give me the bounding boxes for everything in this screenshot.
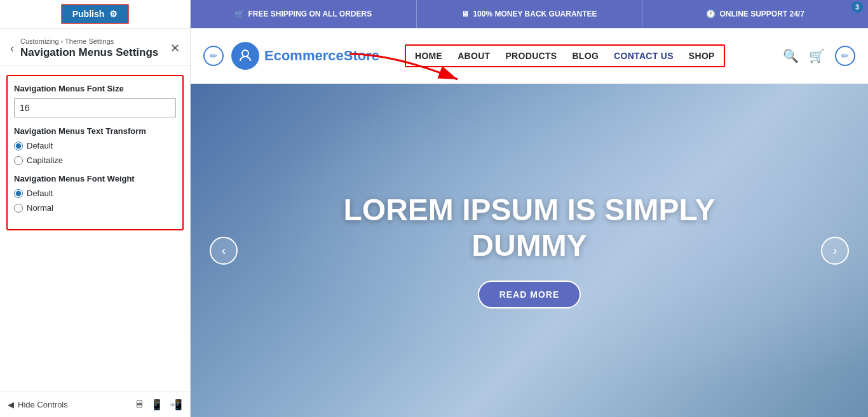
promo-shipping: 🛒 FREE SHIPPING ON ALL ORDERS: [191, 0, 417, 28]
font-weight-default-radio[interactable]: [14, 189, 23, 198]
top-bar: Publish ⚙ 🛒 FREE SHIPPING ON ALL ORDERS …: [0, 0, 868, 29]
sidebar-header: ‹ Customizing › Theme Settings Navigatio…: [0, 29, 190, 66]
logo-text: EcommerceStore: [264, 48, 379, 64]
main-area: ‹ Customizing › Theme Settings Navigatio…: [0, 29, 868, 417]
page-title: Navigation Menus Settings: [20, 46, 164, 59]
publish-area: Publish ⚙: [0, 0, 191, 28]
edit-pencil-left[interactable]: ✏: [203, 46, 224, 66]
clock-icon: 🕐: [706, 10, 715, 18]
sidebar-content: Navigation Menus Font Size Navigation Me…: [0, 66, 190, 392]
sidebar-footer: ◀ Hide Controls 🖥 📱 📲: [0, 392, 190, 417]
font-weight-default-label: Default: [27, 189, 53, 198]
promo-support-text: ONLINE SUPPORT 24/7: [719, 10, 804, 18]
store-header: ✏ EcommerceStore HOME ABOUT PRODUCTS: [191, 29, 868, 84]
text-transform-group: Default Capitalize: [14, 141, 176, 165]
mobile-icon[interactable]: 📲: [170, 399, 182, 411]
desktop-icon[interactable]: 🖥: [134, 399, 144, 411]
promo-support: 🕐 ONLINE SUPPORT 24/7 3: [642, 0, 868, 28]
text-transform-default-label: Default: [27, 141, 53, 150]
close-button[interactable]: ✕: [170, 41, 180, 55]
nav-menu: HOME ABOUT PRODUCTS BLOG CONTACT US SHOP: [405, 44, 725, 67]
edit-pencil-right[interactable]: ✏: [835, 46, 855, 66]
font-size-input[interactable]: [14, 98, 176, 117]
font-size-label: Navigation Menus Font Size: [14, 84, 176, 93]
nav-contact[interactable]: CONTACT US: [614, 51, 674, 61]
breadcrumb: Customizing › Theme Settings: [20, 37, 164, 45]
breadcrumb-area: Customizing › Theme Settings Navigation …: [20, 37, 164, 59]
font-weight-normal-radio[interactable]: [14, 204, 23, 213]
font-weight-label: Navigation Menus Font Weight: [14, 174, 176, 183]
promo-moneyback: 🖥 100% MONEY BACK GUARANTEE: [417, 0, 643, 28]
store-logo: EcommerceStore: [231, 42, 379, 70]
hide-controls-button[interactable]: ◀ Hide Controls: [8, 400, 68, 409]
notification-badge: 3: [851, 1, 863, 13]
carousel-next-button[interactable]: ›: [821, 237, 849, 265]
hide-controls-label: Hide Controls: [18, 400, 68, 409]
text-transform-capitalize-label: Capitalize: [27, 156, 63, 165]
settings-box: Navigation Menus Font Size Navigation Me…: [6, 75, 184, 230]
hero-content: LOREM IPSUM IS SIMPLY DUMMY READ MORE: [344, 192, 715, 308]
font-weight-group: Default Normal: [14, 189, 176, 213]
font-weight-normal-label: Normal: [27, 203, 53, 213]
text-transform-capitalize-radio[interactable]: [14, 156, 23, 165]
header-actions: 🔍 🛒 ✏: [783, 46, 855, 66]
text-transform-default-radio[interactable]: [14, 142, 23, 150]
nav-about[interactable]: ABOUT: [458, 51, 490, 61]
gear-icon: ⚙: [109, 9, 118, 19]
hero-section: ‹ LOREM IPSUM IS SIMPLY DUMMY READ MORE …: [191, 84, 868, 417]
preview-area: ✏ EcommerceStore HOME ABOUT PRODUCTS: [191, 29, 868, 417]
read-more-button[interactable]: READ MORE: [478, 281, 581, 308]
cart-icon[interactable]: 🛒: [809, 48, 825, 63]
device-icons: 🖥 📱 📲: [134, 399, 182, 411]
monitor-icon: 🖥: [461, 10, 469, 18]
back-button[interactable]: ‹: [10, 42, 14, 55]
promo-shipping-text: FREE SHIPPING ON ALL ORDERS: [248, 10, 372, 18]
text-transform-default[interactable]: Default: [14, 141, 176, 150]
text-transform-label: Navigation Menus Text Transform: [14, 126, 176, 136]
font-weight-default[interactable]: Default: [14, 189, 176, 198]
nav-products[interactable]: PRODUCTS: [505, 51, 557, 61]
carousel-prev-button[interactable]: ‹: [210, 237, 238, 265]
search-icon[interactable]: 🔍: [783, 48, 799, 63]
sidebar: ‹ Customizing › Theme Settings Navigatio…: [0, 29, 191, 417]
svg-point-0: [242, 50, 248, 56]
hero-title: LOREM IPSUM IS SIMPLY DUMMY: [344, 192, 715, 262]
nav-shop[interactable]: SHOP: [689, 51, 715, 61]
promo-bar: 🛒 FREE SHIPPING ON ALL ORDERS 🖥 100% MON…: [191, 0, 868, 28]
publish-label: Publish: [72, 9, 105, 19]
cart-icon: 🛒: [234, 10, 244, 18]
text-transform-capitalize[interactable]: Capitalize: [14, 156, 176, 165]
nav-home[interactable]: HOME: [415, 51, 442, 61]
publish-button[interactable]: Publish ⚙: [61, 4, 130, 24]
logo-icon: [231, 42, 259, 70]
nav-blog[interactable]: BLOG: [572, 51, 599, 61]
promo-moneyback-text: 100% MONEY BACK GUARANTEE: [473, 10, 597, 18]
font-weight-normal[interactable]: Normal: [14, 203, 176, 213]
hide-controls-arrow-icon: ◀: [8, 400, 14, 409]
tablet-icon[interactable]: 📱: [151, 399, 163, 411]
